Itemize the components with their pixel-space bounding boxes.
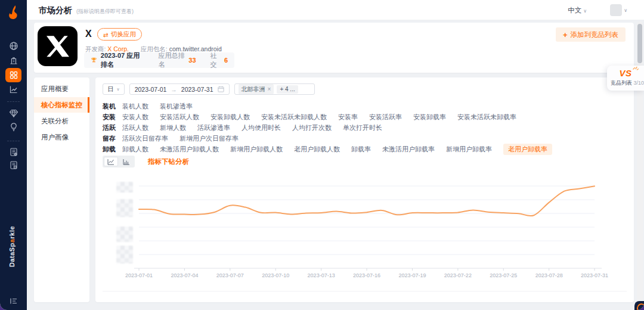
metric-item[interactable]: 安装率	[338, 113, 358, 122]
metric-item[interactable]: 装机渗透率	[160, 102, 193, 111]
metric-item[interactable]: 人均使用时长	[242, 123, 281, 132]
close-icon[interactable]: ×	[268, 86, 271, 92]
calendar-icon	[218, 86, 224, 92]
switch-app-button[interactable]: ⇄ 切换应用	[97, 28, 142, 41]
metric-item[interactable]: 安装卸载率	[413, 113, 446, 122]
page-subtitle: (指标说明悬停即可查看)	[76, 8, 134, 16]
line-chart-toggle[interactable]	[104, 157, 118, 166]
metric-item[interactable]: 新增人数	[160, 123, 186, 132]
svg-text:2023-07-07: 2023-07-07	[216, 272, 244, 278]
apps-grid-icon[interactable]	[5, 68, 21, 82]
company-icon[interactable]	[8, 55, 18, 66]
rank-bar: 2023-07 应用排名 应用总排名 33 社交 6	[84, 52, 234, 68]
metric-item[interactable]: 活跃渗透率	[197, 123, 230, 132]
trend-chart-icon[interactable]	[8, 84, 18, 94]
svg-text:2023-07-01: 2023-07-01	[125, 272, 153, 278]
metric-group-label: 留存	[103, 134, 122, 143]
metric-groups: 装机装机人数装机渗透率安装安装人数安装活跃人数安装卸载人数安装未活跃未卸载人数安…	[103, 101, 564, 154]
metric-group-label: 活跃	[103, 123, 122, 132]
chevron-down-icon: ∨	[117, 87, 120, 92]
region-multiselect[interactable]: 北部非洲 × + 4 ...	[234, 83, 315, 95]
archive-icon[interactable]	[8, 160, 18, 170]
svg-text:2023-07-10: 2023-07-10	[262, 272, 289, 278]
metric-row: 安装安装人数安装活跃人数安装卸载人数安装未活跃未卸载人数安装率安装活跃率安装卸载…	[103, 111, 564, 122]
bar-chart-toggle[interactable]	[119, 157, 134, 166]
metric-item[interactable]: 活跃次日留存率	[122, 134, 168, 143]
metric-item[interactable]: 新增用户次日留存率	[179, 134, 239, 143]
trend-chart[interactable]: 2023-07-012023-07-042023-07-072023-07-10…	[95, 173, 634, 286]
metric-item[interactable]: 老用户卸载率	[503, 144, 552, 155]
svg-text:2023-07-04: 2023-07-04	[171, 272, 198, 278]
app-name: X	[85, 29, 92, 39]
competitor-count: 竞品列表 3/10	[611, 79, 640, 87]
granularity-select[interactable]: 日 ∨	[103, 83, 125, 95]
nav-item-1[interactable]: 核心指标监控	[34, 97, 89, 113]
date-start: 2023-07-01	[135, 86, 167, 93]
trophy-icon	[91, 57, 97, 64]
metric-item[interactable]: 未激活用户卸载率	[382, 145, 435, 154]
rank-total-label: 应用总排名	[159, 51, 186, 69]
competitor-vs-panel[interactable]: VS 竞品列表 3/10	[607, 66, 644, 91]
language-selector[interactable]: 中文∨	[568, 6, 587, 15]
collapse-icon[interactable]	[8, 296, 18, 306]
report-icon[interactable]	[8, 147, 18, 157]
add-to-competitor-list-button[interactable]: + 添加到竞品列表	[556, 27, 626, 42]
masked-y-label	[116, 182, 133, 193]
metric-item[interactable]: 安装人数	[122, 113, 148, 122]
gem-icon[interactable]	[8, 108, 18, 118]
app-info-card: X ⇄ 切换应用 开发商: X Corp. 应用包名: com.twitter.…	[34, 23, 634, 73]
metric-row: 装机装机人数装机渗透率	[103, 101, 564, 111]
nav-item-3[interactable]: 用户画像	[34, 129, 89, 145]
scrollbar-thumb[interactable]	[637, 24, 642, 63]
masked-y-label	[116, 227, 133, 242]
metric-item[interactable]: 活跃人数	[122, 123, 148, 132]
nav-item-2[interactable]: 关联分析	[34, 113, 89, 129]
chart-type-toggle	[103, 156, 135, 168]
drill-down-link[interactable]: 指标下钻分析	[148, 157, 189, 166]
date-range-picker[interactable]: 2023-07-01 → 2023-07-31	[129, 83, 230, 95]
scrollbar-track[interactable]	[637, 21, 643, 309]
metric-item[interactable]: 卸载率	[351, 145, 371, 154]
metric-item[interactable]: 人均打开次数	[292, 123, 332, 132]
rank-total-value: 33	[188, 57, 196, 64]
globe-icon[interactable]	[8, 41, 18, 51]
metric-item[interactable]: 新增用户卸载人数	[230, 145, 283, 154]
user-menu[interactable]: ∨	[610, 4, 627, 16]
metric-item[interactable]: 老用户卸载人数	[294, 145, 340, 154]
svg-text:2023-07-31: 2023-07-31	[581, 272, 608, 278]
switch-icon: ⇄	[103, 31, 109, 38]
bulb-icon[interactable]	[8, 122, 18, 132]
metric-item[interactable]: 安装未活跃未卸载率	[457, 113, 516, 122]
sidebar-divider	[7, 101, 20, 102]
flame-logo-icon[interactable]	[6, 5, 21, 21]
metric-group-label: 装机	[103, 102, 122, 111]
metric-item[interactable]: 未激活用户卸载人数	[160, 145, 219, 154]
app-window: DataSparkle 市场分析 (指标说明悬停即可查看) 中文∨ ∨ X ⇄ …	[0, 0, 644, 310]
metric-row: 留存活跃次日留存率新增用户次日留存率	[103, 133, 564, 144]
filter-bar: 日 ∨ 2023-07-01 → 2023-07-31 北部非洲 × + 4 .…	[103, 83, 315, 95]
region-tag: 北部非洲 ×	[239, 84, 274, 94]
svg-text:2023-07-28: 2023-07-28	[535, 272, 563, 278]
card-divider	[103, 291, 627, 292]
metric-item[interactable]: 装机人数	[122, 102, 148, 111]
floating-widget[interactable]	[634, 301, 644, 310]
metric-item[interactable]: 安装卸载人数	[210, 113, 250, 122]
chevron-down-icon: ∨	[583, 8, 587, 14]
metric-item[interactable]: 新增用户卸载率	[446, 145, 492, 154]
x-logo-icon	[47, 35, 69, 58]
rank-category-label: 社交	[210, 51, 221, 69]
metric-item[interactable]: 安装活跃人数	[160, 113, 199, 122]
metric-row: 卸载卸载人数未激活用户卸载人数新增用户卸载人数老用户卸载人数卸载率未激活用户卸载…	[103, 144, 564, 154]
metric-group-label: 卸载	[103, 145, 122, 154]
metric-group-label: 安装	[103, 113, 122, 122]
masked-y-label	[116, 246, 133, 264]
metric-item[interactable]: 安装未活跃未卸载人数	[261, 113, 327, 122]
avatar[interactable]	[610, 4, 622, 16]
metric-item[interactable]: 安装活跃率	[369, 113, 402, 122]
metric-item[interactable]: 单次打开时长	[343, 123, 382, 132]
metric-item[interactable]: 卸载人数	[122, 145, 148, 154]
nav-item-0[interactable]: 应用概要	[34, 81, 89, 97]
svg-text:2023-07-25: 2023-07-25	[490, 272, 517, 278]
page-title: 市场分析	[39, 5, 72, 16]
sidebar-divider	[7, 141, 20, 141]
